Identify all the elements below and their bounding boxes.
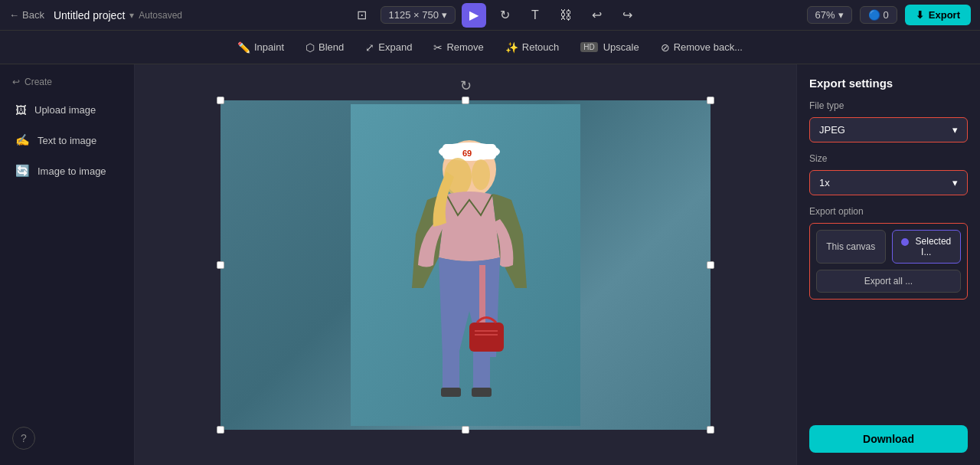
image-to-image-icon: 🔄 xyxy=(15,164,30,178)
blend-label: Blend xyxy=(318,41,344,53)
selected-radio-dot xyxy=(901,238,909,246)
credit-badge: 🔵 0 xyxy=(860,6,897,24)
blend-icon: ⬡ xyxy=(305,41,315,54)
retouch-label: Retouch xyxy=(522,41,559,53)
zoom-control[interactable]: 67% ▾ xyxy=(807,6,852,24)
title-chevron-icon[interactable]: ▾ xyxy=(129,10,134,21)
remove-bg-btn[interactable]: ⊘ Remove back... xyxy=(652,38,752,57)
svg-rect-14 xyxy=(475,330,498,332)
retouch-btn[interactable]: ✨ Retouch xyxy=(496,38,568,57)
inpaint-label: Inpaint xyxy=(254,41,284,53)
undo-btn[interactable]: ↩ xyxy=(584,3,609,28)
autosaved-label: Autosaved xyxy=(139,10,182,21)
sidebar-item-image-to-image[interactable]: 🔄 Image to image xyxy=(6,157,128,185)
retouch-icon: ✨ xyxy=(505,41,518,54)
canvas-size-value: 1125 × 750 xyxy=(389,9,439,21)
file-type-value: JPEG xyxy=(819,124,845,136)
rotate-tool-btn[interactable]: ↻ xyxy=(492,3,517,28)
credit-value: 0 xyxy=(884,9,889,21)
handle-middle-right[interactable] xyxy=(707,261,714,269)
expand-icon: ⤢ xyxy=(365,41,374,54)
sidebar-footer: ? xyxy=(6,421,128,456)
remove-icon: ✂ xyxy=(433,41,443,54)
file-type-select[interactable]: JPEG ▾ xyxy=(809,117,968,142)
size-chevron-icon: ▾ xyxy=(952,177,958,188)
hd-badge: HD xyxy=(580,42,597,52)
canvas-area[interactable]: 69 xyxy=(135,64,796,465)
export-label: Export xyxy=(929,9,960,21)
export-all-label: Export all ... xyxy=(864,276,913,287)
create-arrow-icon: ↩ xyxy=(12,77,20,87)
remove-btn[interactable]: ✂ Remove xyxy=(424,38,492,57)
project-title[interactable]: Untitled project xyxy=(54,9,125,21)
selected-label: Selected I... xyxy=(916,236,952,257)
sidebar: ↩ Create 🖼 Upload image ✍ Text to image … xyxy=(0,64,135,465)
upscale-label: Upscale xyxy=(603,41,639,53)
canvas-image: 69 xyxy=(220,100,710,430)
export-all-btn[interactable]: Export all ... xyxy=(816,270,961,293)
handle-top-right[interactable] xyxy=(707,97,714,104)
create-label: Create xyxy=(24,77,52,87)
inpaint-btn[interactable]: ✏️ Inpaint xyxy=(228,38,293,57)
select-tool-btn[interactable]: ▶ xyxy=(462,3,486,28)
fashion-figure-svg: 69 xyxy=(351,104,580,426)
panel-title: Export settings xyxy=(809,77,968,90)
export-button[interactable]: ⬇ Export xyxy=(905,5,971,25)
zoom-chevron-icon: ▾ xyxy=(838,9,844,21)
svg-rect-11 xyxy=(441,388,461,397)
text-to-image-label: Text to image xyxy=(38,135,96,146)
export-option-label: Export option xyxy=(809,206,968,217)
text-to-image-icon: ✍ xyxy=(15,133,30,147)
option-row-1: This canvas Selected I... xyxy=(816,230,961,264)
inpaint-icon: ✏️ xyxy=(237,41,250,54)
handle-top-left[interactable] xyxy=(217,97,224,104)
handle-bottom-right[interactable] xyxy=(707,426,714,434)
redo-btn[interactable]: ↪ xyxy=(615,3,639,28)
help-button[interactable]: ? xyxy=(12,427,35,450)
export-option-section: Export option This canvas Selected I... … xyxy=(809,206,968,300)
download-label: Download xyxy=(863,433,914,445)
sidebar-item-upload[interactable]: 🖼 Upload image xyxy=(6,97,128,123)
sidebar-create-label: ↩ Create xyxy=(6,74,128,93)
remove-bg-icon: ⊘ xyxy=(661,41,670,54)
canvas-size-pill[interactable]: 1125 × 750 ▾ xyxy=(381,6,456,24)
upload-image-label: Upload image xyxy=(34,104,96,116)
export-panel: Export settings File type JPEG ▾ Size 1x… xyxy=(796,64,980,465)
size-value: 1x xyxy=(819,177,830,188)
handle-bottom-center[interactable] xyxy=(462,426,469,434)
image-to-image-label: Image to image xyxy=(38,165,106,177)
selected-btn[interactable]: Selected I... xyxy=(892,230,962,264)
canvas-refresh-icon[interactable]: ↻ xyxy=(460,77,472,94)
sidebar-item-text-to-image[interactable]: ✍ Text to image xyxy=(6,126,128,154)
project-title-group: Untitled project ▾ Autosaved xyxy=(54,9,182,21)
resize-icon-btn[interactable]: ⊡ xyxy=(350,3,374,28)
svg-rect-13 xyxy=(469,323,504,352)
main-area: ↩ Create 🖼 Upload image ✍ Text to image … xyxy=(0,64,980,465)
blend-btn[interactable]: ⬡ Blend xyxy=(296,38,353,57)
zoom-value: 67% xyxy=(815,9,835,21)
credit-icon: 🔵 xyxy=(868,9,880,21)
back-arrow-icon: ← xyxy=(9,9,19,21)
expand-btn[interactable]: ⤢ Expand xyxy=(356,38,421,57)
upscale-btn[interactable]: HD Upscale xyxy=(571,38,648,57)
handle-bottom-left[interactable] xyxy=(217,426,224,434)
svg-rect-15 xyxy=(475,334,498,336)
file-type-section: File type JPEG ▾ xyxy=(809,100,968,142)
handle-middle-left[interactable] xyxy=(217,261,224,269)
link-tool-btn[interactable]: ⛓ xyxy=(554,3,578,28)
size-select[interactable]: 1x ▾ xyxy=(809,170,968,195)
canvas[interactable]: 69 xyxy=(220,100,710,430)
download-button[interactable]: Download xyxy=(809,425,968,453)
back-button[interactable]: ← Back xyxy=(9,9,44,21)
handle-top-center[interactable] xyxy=(462,97,469,104)
svg-rect-12 xyxy=(472,388,492,397)
remove-label: Remove xyxy=(446,41,483,53)
text-tool-btn[interactable]: T xyxy=(523,3,547,28)
this-canvas-btn[interactable]: This canvas xyxy=(816,230,886,264)
toolbar: ✏️ Inpaint ⬡ Blend ⤢ Expand ✂ Remove ✨ R… xyxy=(0,31,980,64)
back-label: Back xyxy=(22,9,44,21)
file-type-chevron-icon: ▾ xyxy=(952,124,958,136)
export-option-box: This canvas Selected I... Export all ... xyxy=(809,223,968,300)
topbar-right: 67% ▾ 🔵 0 ⬇ Export xyxy=(807,5,971,25)
expand-label: Expand xyxy=(378,41,412,53)
